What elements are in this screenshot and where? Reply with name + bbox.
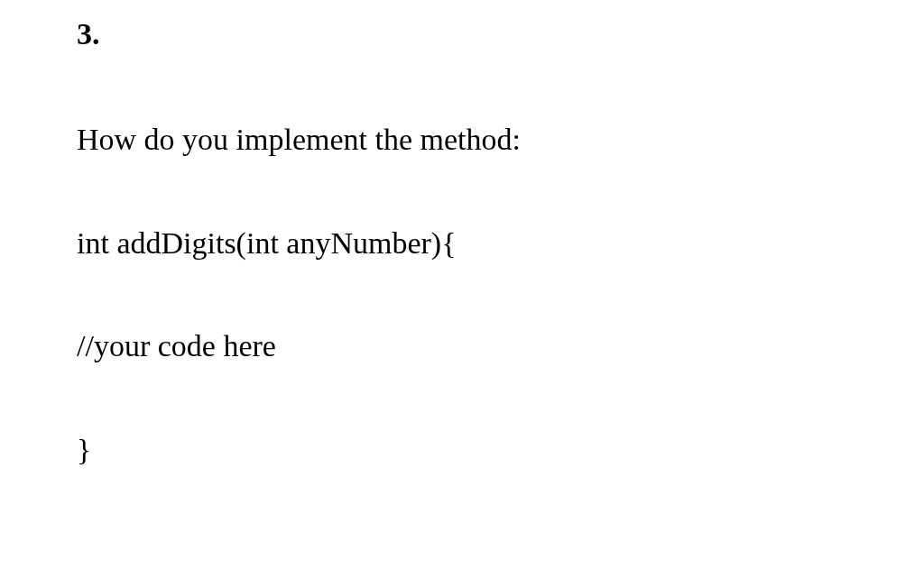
code-signature-line: int addDigits(int anyNumber){	[77, 225, 924, 262]
question-prompt: How do you implement the method:	[77, 122, 924, 159]
code-placeholder-line: //your code here	[77, 328, 924, 365]
question-number: 3.	[77, 16, 924, 53]
code-closing-brace: }	[77, 432, 924, 469]
